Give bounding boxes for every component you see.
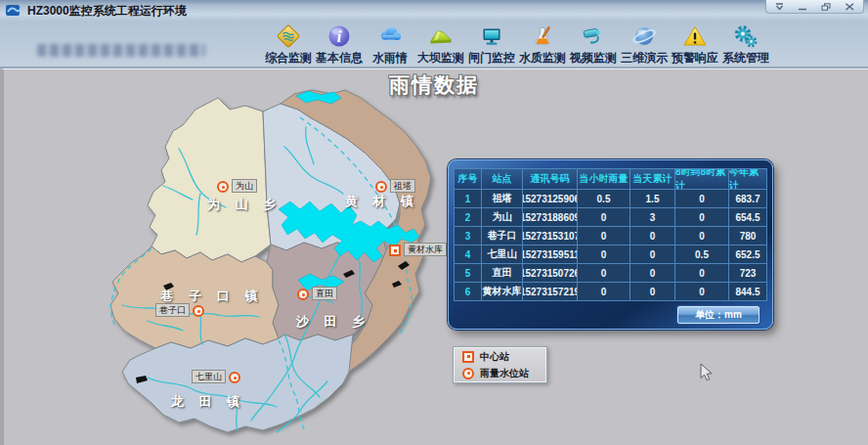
table-cell: 0 — [630, 264, 675, 282]
toolbar-label: 水质监测 — [519, 50, 566, 67]
legend-item-rain-water-station: 雨量水位站 — [462, 367, 546, 380]
table-cell: 15273150726 — [523, 264, 578, 282]
table-row[interactable]: 4七里山15273159511000.5652.5 — [455, 245, 766, 263]
rain-cloud-icon — [377, 23, 403, 49]
table-row[interactable]: 1祖塔152731259060.51.50683.7 — [455, 189, 766, 207]
mouse-cursor — [700, 363, 714, 382]
table-row[interactable]: 6黄材水库15273157219000844.5 — [455, 282, 766, 300]
table-cell: 0 — [630, 227, 675, 245]
table-cell: 0 — [675, 283, 729, 300]
rain-data-table: 序号站点通讯号码当小时雨量当天累计8时到8时累计今年累计 1祖塔15273125… — [454, 168, 767, 301]
table-cell: 15273153107 — [523, 227, 578, 245]
column-header: 当小时雨量 — [578, 169, 630, 189]
info-icon: i — [326, 23, 352, 49]
table-cell: 683.7 — [729, 190, 766, 207]
column-header: 当天累计 — [630, 169, 675, 189]
table-cell: 0 — [630, 283, 675, 300]
table-cell: 15273159511 — [523, 245, 578, 263]
table-cell: 15273188609 — [523, 208, 578, 226]
circle-marker-icon — [462, 368, 474, 379]
legend-item-center-station: 中心站 — [462, 350, 546, 364]
toolbar-label: 基本信息 — [316, 50, 363, 67]
table-cell: 0.5 — [675, 245, 729, 263]
monitor-icon — [479, 23, 504, 49]
toolbar-item-basic-info[interactable]: i 基本信息 — [316, 23, 363, 67]
table-cell: 3 — [630, 208, 675, 226]
restore-button[interactable] — [821, 3, 832, 11]
table-cell: 直田 — [482, 264, 523, 282]
toolbar-item-warning-response[interactable]: 预警响应 — [672, 23, 718, 67]
close-button[interactable] — [845, 3, 855, 11]
table-cell: 0 — [675, 190, 729, 207]
background-artifact — [37, 44, 205, 57]
app-logo-icon — [6, 4, 22, 18]
collapse-button[interactable] — [774, 3, 785, 11]
table-cell: 祖塔 — [482, 190, 523, 207]
toolbar-label: 综合监测 — [265, 50, 312, 67]
toolbar-item-3d-demo[interactable]: 三维演示 — [621, 23, 668, 67]
toolbar-label: 预警响应 — [672, 50, 718, 67]
region-longtian[interactable] — [122, 334, 353, 432]
toolbar-item-comprehensive-monitoring[interactable]: 综合监测 — [265, 23, 312, 67]
toolbar-item-dam-monitoring[interactable]: 大坝监测 — [417, 23, 464, 67]
title-bar: HZ3000监控系统工程运行环境 — [0, 0, 868, 22]
column-header: 8时到8时累计 — [675, 169, 729, 189]
rain-data-panel: 序号站点通讯号码当小时雨量当天累计8时到8时累计今年累计 1祖塔15273125… — [448, 159, 773, 330]
row-index: 5 — [455, 264, 482, 282]
table-cell: 巷子口 — [482, 227, 523, 245]
dam-icon — [428, 23, 454, 49]
row-index: 2 — [455, 208, 482, 226]
table-cell: 0 — [675, 208, 729, 226]
globe-icon — [631, 23, 657, 49]
station-label: 为山 — [232, 179, 257, 193]
table-cell: 780 — [729, 227, 766, 245]
table-row[interactable]: 3巷子口15273153107000780 — [455, 226, 766, 245]
station-label: 直田 — [312, 287, 337, 300]
table-cell: 1.5 — [630, 190, 675, 207]
table-row[interactable]: 2为山15273188609030654.5 — [455, 207, 766, 226]
waves-diamond-icon — [276, 23, 301, 49]
table-cell: 0 — [578, 227, 630, 245]
row-index: 1 — [455, 190, 482, 207]
table-cell: 652.5 — [729, 245, 766, 263]
toolbar-item-water-rain[interactable]: 水雨情 — [367, 23, 413, 67]
unit-button[interactable]: 单位：mm — [677, 306, 760, 324]
watershed-map[interactable] — [54, 88, 464, 445]
toolbar-label: 系统管理 — [722, 50, 769, 67]
table-cell: 为山 — [482, 208, 523, 226]
toolbar-item-water-quality[interactable]: 水质监测 — [519, 23, 566, 67]
row-index: 4 — [455, 245, 482, 263]
circle-marker-icon — [193, 305, 204, 317]
minimize-button[interactable] — [798, 3, 808, 11]
toolbar-item-video-monitoring[interactable]: 视频监测 — [570, 23, 617, 67]
table-cell: 0 — [675, 264, 729, 282]
table-cell: 0 — [578, 283, 630, 300]
window-title: HZ3000监控系统工程运行环境 — [27, 3, 187, 20]
flask-icon — [530, 23, 555, 49]
station-label: 祖塔 — [390, 179, 415, 193]
table-body: 1祖塔152731259060.51.50683.72为山15273188609… — [455, 189, 766, 300]
table-cell: 0 — [578, 208, 630, 226]
table-cell: 844.5 — [729, 283, 766, 300]
toolbar-item-system-management[interactable]: 系统管理 — [722, 23, 769, 67]
table-cell: 723 — [729, 264, 766, 282]
table-row[interactable]: 5直田15273150726000723 — [455, 263, 766, 282]
table-cell: 0 — [578, 245, 630, 263]
toolbar-label: 水雨情 — [372, 50, 408, 67]
circle-marker-icon — [297, 289, 309, 300]
column-header: 序号 — [455, 169, 482, 189]
legend-label: 雨量水位站 — [480, 367, 529, 380]
gears-icon — [733, 23, 759, 49]
table-cell: 0 — [630, 245, 675, 263]
toolbar-label: 大坝监测 — [417, 50, 464, 67]
table-cell: 15273157219 — [523, 283, 578, 300]
column-header: 今年累计 — [729, 169, 766, 189]
table-cell: 黄材水库 — [482, 283, 523, 300]
circle-marker-icon — [375, 181, 387, 193]
row-index: 6 — [455, 283, 482, 300]
table-cell: 0 — [675, 227, 729, 245]
svg-text:i: i — [337, 28, 342, 45]
warning-icon — [682, 23, 708, 49]
toolbar-label: 闸门监控 — [468, 50, 515, 67]
toolbar-item-gate-control[interactable]: 闸门监控 — [468, 23, 515, 67]
